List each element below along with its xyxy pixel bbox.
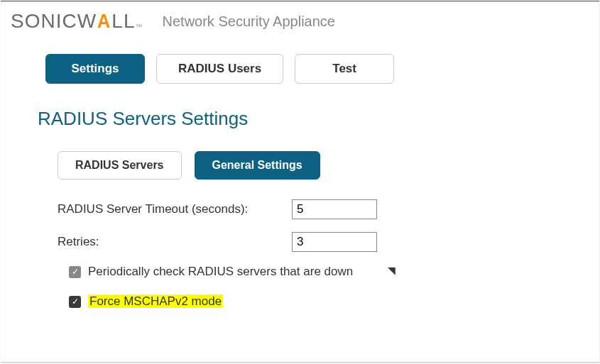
check-icon: ✓: [72, 297, 79, 306]
timeout-row: RADIUS Server Timeout (seconds):: [58, 199, 599, 219]
periodic-checkbox[interactable]: ✓: [69, 266, 81, 278]
tab-test[interactable]: Test: [295, 54, 394, 84]
retries-label: Retries:: [58, 235, 292, 249]
form-area: RADIUS Server Timeout (seconds): Retries…: [1, 180, 599, 309]
tab-radius-users[interactable]: RADIUS Users: [156, 54, 283, 84]
app-header: SONIC WALL ™ Network Security Appliance: [1, 1, 599, 40]
timeout-label: RADIUS Server Timeout (seconds):: [58, 202, 292, 216]
periodic-check-row: ✓ Periodically check RADIUS servers that…: [69, 265, 381, 279]
secondary-tabs: RADIUS Servers General Settings: [1, 130, 599, 180]
force-check-row: ✓ Force MSCHAPv2 mode: [69, 294, 599, 309]
logo-swoosh-icon: A: [97, 10, 111, 33]
logo-sonic-text: SONIC: [11, 10, 77, 33]
force-check-label: Force MSCHAPv2 mode: [88, 294, 223, 309]
tab-radius-servers[interactable]: RADIUS Servers: [58, 151, 182, 180]
section-title: RADIUS Servers Settings: [1, 84, 599, 130]
caret-icon: ◥: [388, 265, 396, 276]
logo: SONIC WALL ™: [11, 10, 143, 33]
tab-settings[interactable]: Settings: [45, 54, 145, 84]
tab-general-settings[interactable]: General Settings: [195, 151, 320, 180]
primary-tabs: Settings RADIUS Users Test: [1, 40, 599, 84]
logo-wall-text: WALL: [77, 10, 136, 33]
periodic-check-label: Periodically check RADIUS servers that a…: [88, 265, 353, 279]
timeout-input[interactable]: [292, 199, 377, 219]
logo-trademark: ™: [136, 23, 143, 31]
check-icon: ✓: [72, 268, 79, 276]
retries-input[interactable]: [292, 232, 377, 252]
retries-row: Retries:: [58, 232, 599, 252]
force-checkbox[interactable]: ✓: [69, 296, 81, 308]
header-subtitle: Network Security Appliance: [163, 13, 335, 30]
